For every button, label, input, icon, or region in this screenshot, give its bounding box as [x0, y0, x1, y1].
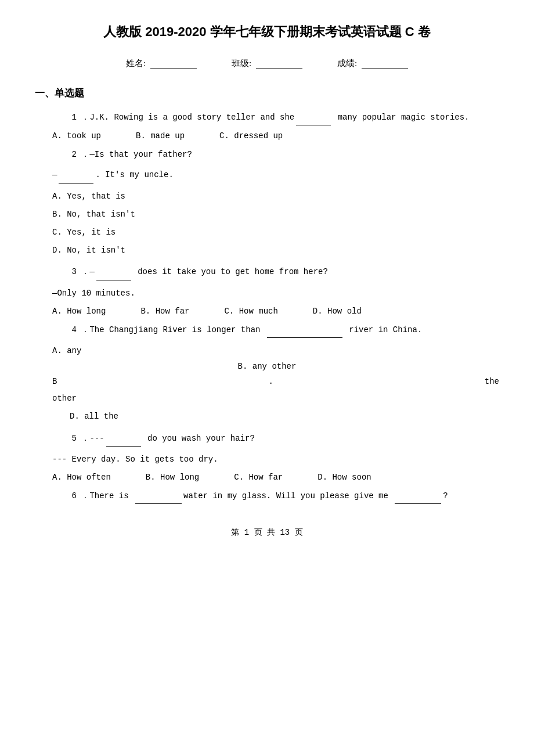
question-1-options: A. took up B. made up C. dressed up — [35, 131, 499, 141]
title: 人教版 2019-2020 学年七年级下册期末考试英语试题 C 卷 — [35, 23, 499, 41]
question-2-answer: — . It's my uncle. — [35, 168, 499, 183]
question-6: 6 ．There is water in my glass. Will you … — [35, 489, 499, 504]
section-title: 一、单选题 — [35, 87, 499, 100]
question-2-option-a: A. Yes, that is — [35, 189, 499, 204]
question-3-options: A. How long B. How far C. How much D. Ho… — [35, 307, 499, 316]
question-4-option-c-rest: other — [35, 391, 499, 406]
question-4-option-d: D. all the — [35, 409, 499, 424]
question-4: 4 ．The Changjiang River is longer than r… — [35, 323, 499, 338]
section-single-choice: 一、单选题 1 ．J.K. Rowing is a good story tel… — [35, 87, 499, 504]
question-5-options: A. How often B. How long C. How far D. H… — [35, 473, 499, 482]
question-2: 2 ．—Is that your father? — [35, 147, 499, 162]
name-field: 姓名: — [126, 58, 197, 69]
question-2-option-c: C. Yes, it is — [35, 225, 499, 240]
question-2-option-b: B. No, that isn't — [35, 207, 499, 222]
question-4-option-b: B. any other — [35, 362, 499, 371]
question-5: 5 ．--- do you wash your hair? — [35, 431, 499, 447]
page-footer: 第 1 页 共 13 页 — [35, 527, 499, 538]
question-1: 1 ．J.K. Rowing is a good story teller an… — [35, 110, 499, 125]
question-4-option-a: A. any — [35, 344, 499, 358]
question-5-answer: --- Every day. So it gets too dry. — [35, 452, 499, 467]
question-4-option-c-broken: B . the — [35, 375, 499, 389]
class-field: 班级: — [232, 58, 302, 69]
header-fields: 姓名: 班级: 成绩: — [35, 58, 499, 69]
question-3-answer: —Only 10 minutes. — [35, 286, 499, 301]
question-2-option-d: D. No, it isn't — [35, 243, 499, 258]
question-3: 3 ．— does it take you to get home from h… — [35, 265, 499, 280]
score-field: 成绩: — [337, 58, 408, 69]
